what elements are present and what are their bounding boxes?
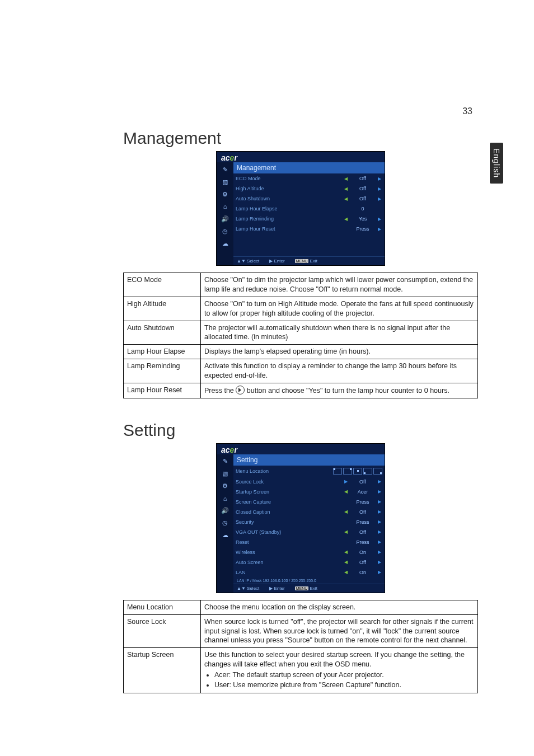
osd-row: Startup Screen◀Acer▶ [233,487,385,497]
gear-icon: ⚙ [220,190,230,198]
row-val: Choose "On" to turn on High Altitude mod… [201,297,478,321]
startup-bullets: Acer: The default startup screen of your… [204,670,474,690]
left-arrow-icon: ◀ [343,560,349,565]
row-key: ECO Mode [124,273,201,297]
row-val: When source lock is turned "off", the pr… [201,614,478,648]
briefcase-icon: ⌂ [220,203,230,210]
osd-row: Auto Screen◀Off▶ [233,557,385,567]
table-row: Lamp Hour Reset Press the button and cho… [124,383,478,398]
right-arrow-icon: ▶ [377,227,382,232]
osd-icon-column: ✎ ▧ ⚙ ⌂ 🔊 ◷ ☁ [217,162,233,265]
left-arrow-icon: ◀ [343,217,349,222]
clock-icon: ◷ [220,519,230,527]
row-val: Choose the menu location on the display … [201,600,478,614]
left-arrow-icon: ◀ [343,489,349,494]
clock-icon: ◷ [220,227,230,235]
table-row: High AltitudeChoose "On" to turn on High… [124,297,478,321]
left-arrow-icon: ◀ [343,529,349,534]
language-icon: ☁ [220,240,230,247]
image-icon: ▧ [220,470,230,478]
right-button-icon [236,386,245,395]
right-arrow-icon: ▶ [377,509,382,514]
exit-hint: MENU Exit [295,586,317,591]
select-hint: ▲▼ Select [237,586,259,591]
osd-row: SecurityPress▶ [233,517,385,527]
left-arrow-icon: ◀ [343,176,349,181]
brand-part: ac [221,445,230,454]
osd-icon-column: ✎ ▧ ⚙ ⌂ 🔊 ◷ ☁ [217,454,233,593]
loc-bottom-left-icon [363,468,372,475]
right-arrow-icon: ▶ [377,529,382,534]
row-key: Lamp Reminding [124,359,201,383]
osd-footer: ▲▼ Select ▶ Enter MENU Exit [233,584,385,593]
osd-row: Lamp Hour ResetPress▶ [233,224,385,234]
row-key: Startup Screen [124,648,201,693]
right-arrow-icon: ▶ [377,489,382,494]
osd-title: Setting [233,454,385,466]
exit-hint: MENU Exit [295,259,317,264]
enter-hint: ▶ Enter [269,259,284,264]
right-arrow-icon: ▶ [377,550,382,555]
image-icon: ▧ [220,178,230,186]
briefcase-icon: ⌂ [220,495,230,503]
row-key: Source Lock [124,614,201,648]
osd-title: Management [233,162,385,173]
speaker-icon: 🔊 [220,215,230,223]
table-row: ECO ModeChoose "On" to dim the projector… [124,273,478,297]
loc-center-icon [353,468,362,475]
osd-management: acer ✎ ▧ ⚙ ⌂ 🔊 ◷ ☁ Management ECO Mode◀O… [216,151,385,266]
select-hint: ▲▼ Select [237,259,259,264]
osd-setting: acer ✎ ▧ ⚙ ⌂ 🔊 ◷ ☁ Setting Menu Location [216,443,385,593]
right-arrow-icon: ▶ [377,560,382,565]
row-val: Displays the lamp's elapsed operating ti… [201,345,478,359]
brand-part: r [234,445,237,454]
osd-row: ECO Mode◀Off▶ [233,173,385,184]
left-arrow-icon: ◀ [343,196,349,201]
right-arrow-icon: ▶ [377,176,382,181]
table-row: Lamp RemindingActivate this function to … [124,359,478,383]
osd-row-menu-location: Menu Location [233,466,385,477]
right-arrow-icon: ▶ [377,479,382,484]
left-arrow-icon: ◀ [343,550,349,555]
loc-top-left-icon [333,468,342,475]
setting-table: Menu LocationChoose the menu location on… [123,600,478,693]
osd-row: VGA OUT (Standby)◀Off▶ [233,527,385,537]
row-key: High Altitude [124,297,201,321]
table-row: Auto ShutdownThe projector will automati… [124,321,478,345]
row-val: Use this function to select your desired… [201,648,478,693]
osd-brand: acer [217,444,385,454]
table-row: Menu LocationChoose the menu location on… [124,600,478,614]
right-arrow-icon: ▶ [343,479,349,484]
heading-setting: Setting [123,421,478,440]
row-val: The projector will automatically shutdow… [201,321,478,345]
osd-row: High Altitude◀Off▶ [233,184,385,194]
brand-part: r [234,153,237,162]
osd-row: LAN◀On▶ [233,567,385,577]
row-val: Activate this function to display a remi… [201,359,478,383]
osd-row: Closed Caption◀Off▶ [233,507,385,517]
right-arrow-icon: ▶ [377,499,382,504]
osd-row: Wireless◀On▶ [233,547,385,557]
gear-icon: ⚙ [220,482,230,490]
left-arrow-icon: ◀ [343,186,349,191]
right-arrow-icon: ▶ [377,186,382,191]
language-icon: ☁ [220,532,230,539]
tools-icon: ✎ [220,166,230,173]
osd-row: Screen CapturePress▶ [233,497,385,507]
management-table: ECO ModeChoose "On" to dim the projector… [123,273,478,398]
heading-management: Management [123,129,478,148]
page-number: 33 [462,106,472,116]
brand-part: ac [221,153,230,162]
list-item: Acer: The default startup screen of your… [214,670,474,680]
right-arrow-icon: ▶ [377,539,382,544]
table-row: Startup Screen Use this function to sele… [124,648,478,693]
osd-row: Source Lock▶Off▶ [233,477,385,487]
speaker-icon: 🔊 [220,507,230,515]
row-key: Auto Shutdown [124,321,201,345]
table-row: Source LockWhen source lock is turned "o… [124,614,478,648]
row-key: Lamp Hour Reset [124,383,201,398]
loc-top-right-icon [343,468,352,475]
right-arrow-icon: ▶ [377,217,382,222]
osd-footer: ▲▼ Select ▶ Enter MENU Exit [233,256,385,265]
right-arrow-icon: ▶ [377,196,382,201]
